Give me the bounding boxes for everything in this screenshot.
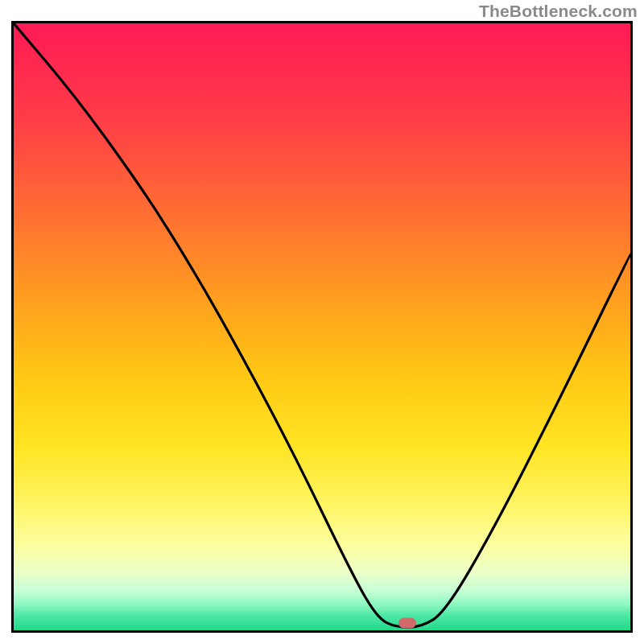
attribution-text: TheBottleneck.com — [479, 2, 638, 21]
bottleneck-curve — [14, 23, 630, 630]
optimal-marker — [398, 617, 416, 628]
plot-frame — [11, 21, 633, 633]
chart-container: TheBottleneck.com — [0, 0, 644, 644]
